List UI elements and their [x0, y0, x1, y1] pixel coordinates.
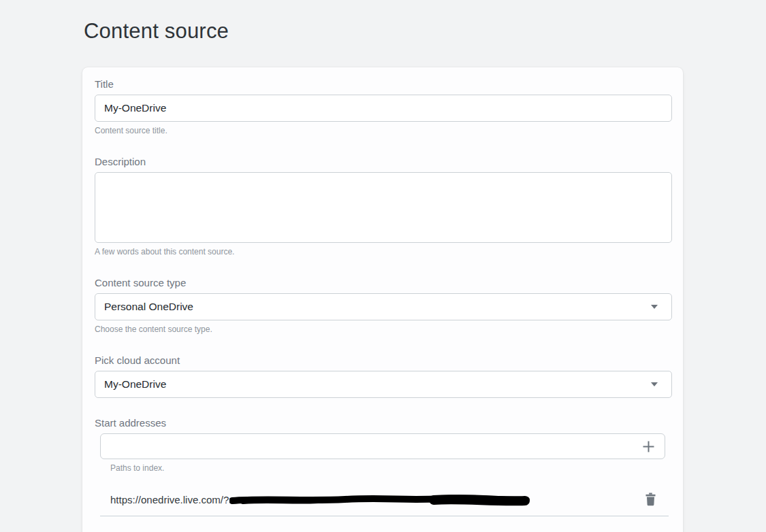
cloud-account-select[interactable]: My-OneDrive [95, 371, 672, 398]
content-source-type-value: Personal OneDrive [104, 301, 193, 313]
start-address-url-text: https://onedrive.live.com/? [110, 494, 229, 505]
content-source-type-helper: Choose the content source type. [95, 325, 672, 334]
chevron-down-icon [651, 382, 658, 386]
delete-start-address-button[interactable] [641, 490, 659, 509]
description-label: Description [95, 156, 672, 167]
content-source-type-label: Content source type [95, 277, 672, 288]
cloud-account-label: Pick cloud account [95, 354, 672, 366]
cloud-account-value: My-OneDrive [104, 378, 166, 390]
content-source-form-card: Title Content source title. Description … [82, 67, 683, 532]
start-address-url: https://onedrive.live.com/? [110, 492, 530, 507]
description-field-group: Description A few words about this conte… [95, 156, 672, 256]
content-source-type-select[interactable]: Personal OneDrive [95, 293, 672, 320]
redaction-scribble [229, 493, 530, 508]
title-helper-text: Content source title. [95, 126, 672, 135]
title-field-group: Title Content source title. [95, 78, 672, 135]
start-address-input-row [100, 433, 665, 459]
title-label: Title [95, 78, 672, 90]
start-address-input[interactable] [109, 435, 639, 458]
start-addresses-label: Start addresses [95, 417, 672, 429]
title-input[interactable] [95, 95, 672, 122]
content-source-type-group: Content source type Personal OneDrive Ch… [95, 277, 672, 334]
description-textarea[interactable] [95, 172, 672, 243]
description-helper-text: A few words about this content source. [95, 247, 672, 256]
plus-icon [641, 439, 656, 454]
trash-icon [645, 493, 656, 506]
start-addresses-group: Start addresses Paths to index. https://… [95, 417, 672, 516]
cloud-account-group: Pick cloud account My-OneDrive [95, 354, 672, 398]
start-address-entry-row: https://onedrive.live.com/? [100, 488, 669, 516]
start-addresses-helper: Paths to index. [110, 463, 672, 473]
chevron-down-icon [651, 305, 658, 309]
page-title: Content source [84, 19, 229, 44]
add-start-address-button[interactable] [639, 436, 658, 456]
